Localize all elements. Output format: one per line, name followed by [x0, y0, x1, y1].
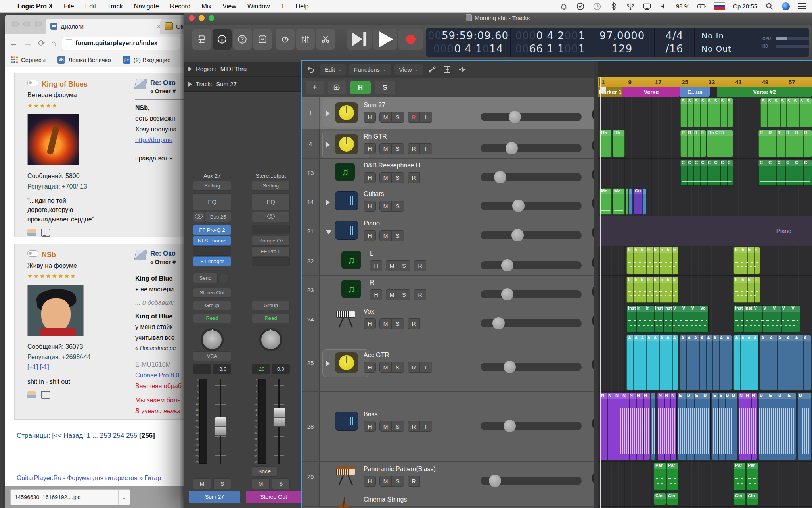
smart-controls-button[interactable] [276, 29, 295, 50]
track-hide-button[interactable]: H [364, 172, 376, 183]
midi-region[interactable]: Cin [733, 493, 746, 505]
lcd-cell[interactable]: 0059:59:09.600000 4 1014 [426, 28, 511, 57]
bounce-button[interactable]: Bnce [252, 466, 277, 477]
track-hide-button[interactable]: H [364, 362, 376, 373]
signature-link[interactable]: Внешняя обраб [135, 383, 185, 390]
midi-region[interactable]: Par [733, 462, 746, 491]
playhead[interactable] [600, 77, 601, 508]
track-name[interactable]: Vox [364, 308, 374, 315]
menu-view[interactable]: View [217, 3, 241, 10]
fader-rail[interactable] [274, 379, 284, 464]
track-volume-slider[interactable] [481, 173, 582, 181]
back-button[interactable]: ← [10, 38, 18, 48]
midi-region[interactable]: AAAAAAAA [626, 335, 678, 390]
volume-slider-thumb[interactable] [501, 259, 513, 271]
quick-help-button[interactable] [233, 29, 252, 50]
track-solo-button[interactable]: S [392, 476, 404, 487]
track-record-button[interactable]: R [408, 421, 420, 432]
pagination[interactable]: Страницы: [<< Назад] 1 ... 253 254 255 [… [17, 432, 155, 440]
volume-slider-thumb[interactable] [504, 361, 516, 373]
midi-region[interactable]: NNN [738, 393, 757, 460]
midi-region[interactable]: CCCCCC [758, 160, 812, 186]
midi-region[interactable]: IrIrIrIr [733, 247, 760, 274]
flex-icon[interactable] [441, 64, 453, 75]
midi-region[interactable]: BEBE [758, 393, 796, 460]
track-volume-slider[interactable] [481, 261, 582, 269]
breadcrumb-link[interactable]: GuitarPlayer.Ru - Форумы для гитаристов … [17, 475, 161, 482]
track-header[interactable]: Cinema Strings [302, 492, 594, 507]
menu-track[interactable]: Track [102, 3, 128, 10]
midi-region[interactable]: SSSSSSSS [680, 98, 733, 127]
track-mute-button[interactable]: M [379, 112, 392, 123]
midi-region[interactable]: CCCCCCCC [680, 160, 733, 186]
region-inspector-header[interactable]: Region: MIDI Thru [184, 62, 301, 77]
track-header[interactable]: 24VoxHMSR [302, 304, 594, 334]
lcd-display[interactable]: 0059:59:09.600000 4 10140000 4 20010066 … [426, 28, 809, 57]
track-header[interactable]: 28BassHMSRI [302, 392, 594, 462]
track-mute-button[interactable]: M [379, 230, 392, 241]
bluetooth-icon[interactable] [609, 2, 618, 11]
midi-region[interactable]: AAAA [733, 335, 759, 390]
track-input-monitor-button[interactable]: I [420, 362, 432, 373]
midi-region[interactable]: RRRRRR [758, 130, 812, 157]
bookmark-services[interactable]: Сервисы [11, 56, 46, 63]
track-mute-button[interactable]: M [379, 172, 392, 183]
midi-region[interactable]: Cin [746, 493, 758, 505]
airplay-icon[interactable] [643, 2, 651, 11]
midi-region[interactable]: Rh [613, 130, 625, 157]
midi-region[interactable]: B [797, 393, 812, 460]
eq-button[interactable]: EQ [193, 193, 231, 210]
solo-button[interactable]: S [272, 478, 290, 489]
track-solo-button[interactable]: S [392, 201, 404, 212]
track-header[interactable]: 22♫LHMSR [302, 246, 594, 276]
track-header[interactable]: 14GuitarsHMS [302, 187, 594, 216]
setting-button[interactable]: Setting [252, 181, 290, 190]
menu-navigate[interactable]: Navigate [128, 3, 165, 10]
midi-region[interactable] [642, 188, 646, 215]
siri-icon[interactable] [782, 2, 790, 10]
track-hide-button[interactable]: H [364, 476, 376, 487]
midi-region[interactable]: Rh GTR [707, 130, 733, 157]
midi-region[interactable]: Par [746, 462, 758, 491]
track-volume-slider[interactable] [481, 422, 582, 430]
track-name[interactable]: R [370, 279, 375, 286]
mute-button[interactable]: M [252, 478, 270, 489]
menu-help[interactable]: Help [290, 3, 314, 10]
track-hide-button[interactable]: H [370, 260, 382, 271]
track-mute-button[interactable]: M [379, 476, 392, 487]
volume-slider-thumb[interactable] [509, 111, 521, 123]
midi-region[interactable]: EBEB [677, 393, 711, 460]
automation-icon[interactable] [426, 64, 438, 75]
track-name[interactable]: Acc GTR [364, 352, 389, 359]
pan-knob[interactable] [259, 328, 282, 351]
input-slot[interactable]: Bus 25 [205, 212, 231, 222]
add-track-button[interactable]: + [306, 81, 324, 94]
stereo-input-icon[interactable] [252, 212, 290, 222]
track-name[interactable]: L [370, 250, 373, 257]
midi-region[interactable]: NNN [657, 393, 677, 460]
track-name[interactable]: Rh GTR [364, 133, 387, 140]
time-machine-icon[interactable] [593, 2, 601, 11]
automation-mode-button[interactable]: Read [193, 314, 231, 323]
menu-record[interactable]: Record [165, 3, 196, 10]
bar-ruler[interactable]: 19172533414957 [598, 77, 812, 88]
track-name[interactable]: Cinema Strings [364, 496, 407, 503]
menu-file[interactable]: File [58, 3, 80, 10]
pagination-links[interactable]: Страницы: [<< Назад] 1 ... 253 254 255 [17, 432, 139, 439]
solo-button[interactable]: S [213, 478, 231, 489]
track-record-button[interactable]: R [408, 112, 420, 123]
track-header[interactable]: 25Acc GTRHMSRI [302, 334, 594, 392]
track-header[interactable]: 13♫D&B Reesephase HHMSR [302, 159, 594, 187]
lcd-cell[interactable]: 0000 4 20010066 1 1001 [511, 28, 590, 57]
edit-menu[interactable]: Edit⌄ [320, 64, 346, 75]
mute-button[interactable]: M [193, 478, 211, 489]
marker-c-us[interactable]: C...us [680, 87, 710, 97]
track-name[interactable]: D&B Reesephase H [364, 162, 420, 169]
midi-region[interactable]: IrIrIrIrIrIrIrIr [626, 247, 679, 274]
midi-region[interactable] [626, 188, 628, 215]
message-icon[interactable] [41, 229, 50, 237]
inspector-button[interactable] [213, 29, 232, 50]
track-name[interactable]: Bass [364, 411, 378, 418]
insert-slot[interactable]: S1 Imager [193, 256, 231, 266]
track-hide-button[interactable]: H [364, 230, 376, 241]
